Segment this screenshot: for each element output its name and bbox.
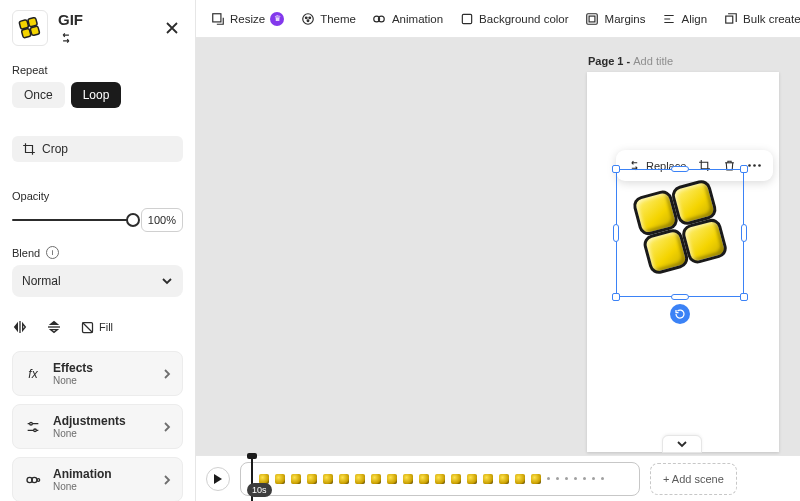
selection-box[interactable] — [616, 169, 744, 297]
chevron-right-icon — [162, 475, 172, 485]
scene-track[interactable]: 10s — [240, 462, 640, 496]
theme-icon — [300, 11, 315, 26]
frame-thumb[interactable] — [515, 474, 525, 484]
flip-horizontal-button[interactable] — [12, 319, 28, 335]
svg-point-13 — [309, 16, 311, 18]
align-icon — [662, 11, 677, 26]
theme-button[interactable]: Theme — [300, 11, 356, 26]
properties-sidebar: GIF Repeat Once Loop Crop Opacity 10 — [0, 0, 196, 501]
resize-handle-t[interactable] — [671, 166, 689, 172]
close-icon[interactable] — [161, 17, 183, 39]
layer-thumbnail[interactable] — [12, 10, 48, 46]
frame-thumb[interactable] — [451, 474, 461, 484]
svg-point-22 — [754, 164, 757, 167]
bulk-icon — [723, 11, 738, 26]
animation-panel-button[interactable]: Animation None — [12, 457, 183, 501]
frame-thumb[interactable] — [419, 474, 429, 484]
repeat-once-button[interactable]: Once — [12, 82, 65, 108]
repeat-label: Repeat — [12, 64, 183, 76]
info-icon[interactable]: i — [46, 246, 59, 259]
frame-thumb[interactable] — [339, 474, 349, 484]
page-expand-button[interactable] — [662, 435, 702, 453]
margins-icon — [585, 11, 600, 26]
frame-thumb[interactable] — [323, 474, 333, 484]
frame-thumb[interactable] — [483, 474, 493, 484]
frame-thumb[interactable] — [403, 474, 413, 484]
more-icon — [748, 164, 761, 167]
effects-panel-button[interactable]: fx Effects None — [12, 351, 183, 396]
animation-tb-icon — [372, 11, 387, 26]
resize-handle-tl[interactable] — [612, 165, 620, 173]
resize-handle-tr[interactable] — [740, 165, 748, 173]
resize-button[interactable]: Resize ♛ — [210, 11, 284, 26]
play-button[interactable] — [206, 467, 230, 491]
animation-sub: None — [53, 481, 152, 492]
opacity-slider[interactable] — [12, 213, 133, 227]
premium-icon: ♛ — [270, 12, 284, 26]
svg-point-11 — [302, 13, 313, 24]
opacity-label: Opacity — [12, 190, 183, 202]
frame-thumb[interactable] — [371, 474, 381, 484]
fill-button[interactable]: Fill — [80, 320, 113, 335]
crop-button[interactable]: Crop — [12, 136, 183, 162]
frame-thumb[interactable] — [275, 474, 285, 484]
frame-thumb[interactable] — [307, 474, 317, 484]
blend-mode-select[interactable]: Normal — [12, 265, 183, 297]
flip-h-icon — [12, 319, 28, 335]
frame-thumb[interactable] — [355, 474, 365, 484]
frame-thumb[interactable] — [435, 474, 445, 484]
svg-point-21 — [749, 164, 752, 167]
flip-vertical-button[interactable] — [46, 319, 62, 335]
frame-thumb[interactable] — [499, 474, 509, 484]
canvas[interactable]: Page 1 - Add title Replace — [196, 38, 800, 455]
svg-point-5 — [30, 422, 33, 425]
svg-point-14 — [307, 19, 309, 21]
repeat-loop-button[interactable]: Loop — [71, 82, 122, 108]
swap-icon[interactable] — [58, 30, 74, 46]
effects-icon: fx — [23, 364, 43, 384]
frame-thumb[interactable] — [531, 474, 541, 484]
svg-point-23 — [759, 164, 762, 167]
adjustments-icon — [23, 417, 43, 437]
chevron-right-icon — [162, 369, 172, 379]
svg-rect-19 — [589, 16, 595, 22]
svg-rect-2 — [21, 28, 31, 38]
crop-label: Crop — [42, 142, 68, 156]
page-title-input[interactable]: Page 1 - Add title — [588, 55, 673, 67]
rotate-handle[interactable] — [670, 304, 690, 324]
adjustments-title: Adjustments — [53, 414, 152, 428]
bgcolor-icon — [459, 11, 474, 26]
opacity-value-input[interactable]: 100% — [141, 208, 183, 232]
layer-title: GIF — [58, 11, 151, 28]
adjustments-panel-button[interactable]: Adjustments None — [12, 404, 183, 449]
margins-button[interactable]: Margins — [585, 11, 646, 26]
align-button[interactable]: Align — [662, 11, 708, 26]
frame-thumb[interactable] — [387, 474, 397, 484]
svg-rect-20 — [725, 16, 732, 23]
duration-badge: 10s — [247, 483, 272, 497]
svg-point-9 — [37, 478, 40, 481]
resize-handle-r[interactable] — [741, 224, 747, 242]
animation-icon — [23, 470, 43, 490]
fill-icon — [80, 320, 95, 335]
blend-label: Blend — [12, 247, 40, 259]
chevron-down-icon — [676, 438, 688, 450]
frame-thumb[interactable] — [291, 474, 301, 484]
blend-value: Normal — [22, 274, 61, 288]
effects-title: Effects — [53, 361, 152, 375]
svg-rect-3 — [30, 26, 40, 36]
chevron-down-icon — [161, 275, 173, 287]
bulk-create-button[interactable]: Bulk create ♛ — [723, 11, 800, 26]
adjustments-sub: None — [53, 428, 152, 439]
add-scene-button[interactable]: + Add scene — [650, 463, 737, 495]
resize-handle-l[interactable] — [613, 224, 619, 242]
bgcolor-button[interactable]: Background color — [459, 11, 569, 26]
svg-rect-10 — [212, 13, 220, 21]
resize-handle-br[interactable] — [740, 293, 748, 301]
animation-title: Animation — [53, 467, 152, 481]
resize-handle-bl[interactable] — [612, 293, 620, 301]
frame-thumb[interactable] — [467, 474, 477, 484]
svg-rect-17 — [462, 14, 471, 23]
resize-handle-b[interactable] — [671, 294, 689, 300]
animation-button[interactable]: Animation — [372, 11, 443, 26]
